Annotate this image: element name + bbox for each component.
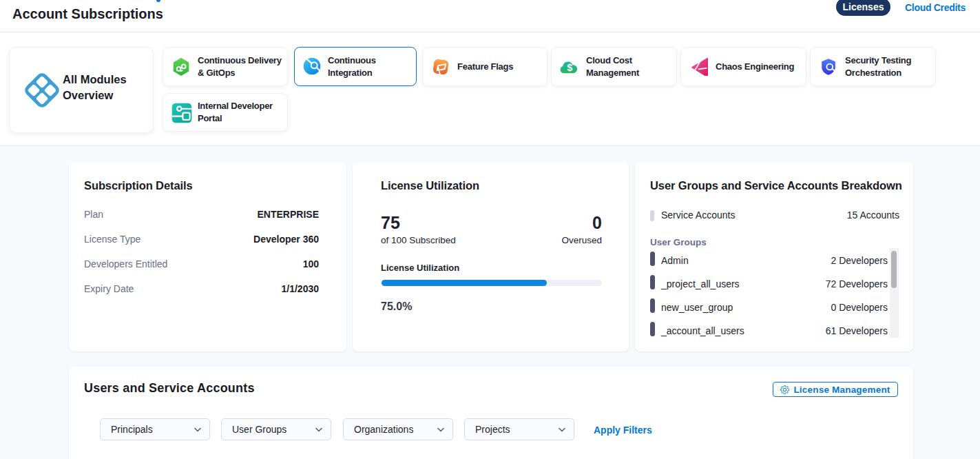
svg-text:$: $	[567, 62, 572, 73]
